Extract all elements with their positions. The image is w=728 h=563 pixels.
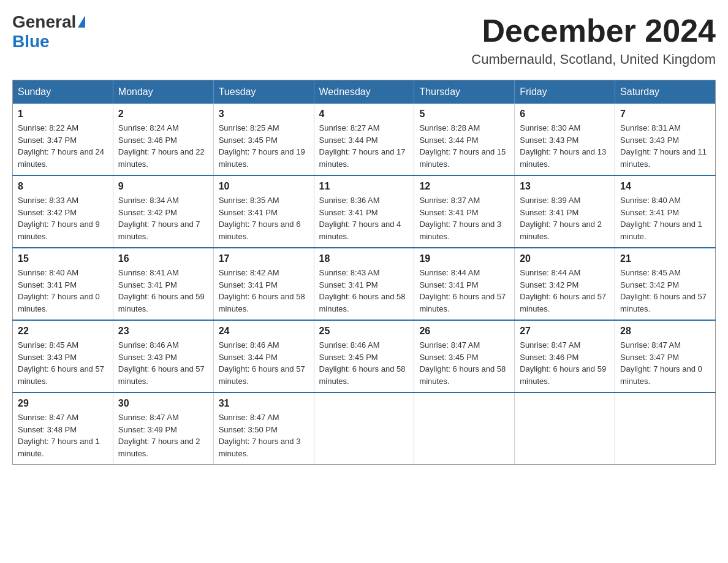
calendar-day-8: 8Sunrise: 8:33 AMSunset: 3:42 PMDaylight… (13, 175, 113, 248)
calendar-day-25: 25Sunrise: 8:46 AMSunset: 3:45 PMDayligh… (314, 320, 414, 393)
day-number: 6 (520, 109, 610, 120)
day-info: Sunrise: 8:46 AMSunset: 3:44 PMDaylight:… (219, 339, 309, 387)
calendar-day-27: 27Sunrise: 8:47 AMSunset: 3:46 PMDayligh… (515, 320, 615, 393)
header: General Blue December 2024 Cumbernauld, … (12, 12, 716, 67)
day-number: 4 (319, 109, 409, 120)
calendar-day-13: 13Sunrise: 8:39 AMSunset: 3:41 PMDayligh… (515, 175, 615, 248)
day-number: 21 (620, 253, 710, 264)
day-info: Sunrise: 8:47 AMSunset: 3:50 PMDaylight:… (219, 412, 309, 459)
day-number: 24 (219, 326, 309, 337)
day-number: 31 (219, 398, 309, 409)
header-friday: Friday (515, 80, 615, 104)
calendar-week-1: 1Sunrise: 8:22 AMSunset: 3:47 PMDaylight… (13, 104, 716, 175)
calendar-table: SundayMondayTuesdayWednesdayThursdayFrid… (12, 80, 716, 465)
day-info: Sunrise: 8:30 AMSunset: 3:43 PMDaylight:… (520, 122, 610, 170)
calendar-week-4: 22Sunrise: 8:45 AMSunset: 3:43 PMDayligh… (13, 320, 716, 393)
calendar-day-21: 21Sunrise: 8:45 AMSunset: 3:42 PMDayligh… (615, 248, 716, 320)
title-section: December 2024 Cumbernauld, Scotland, Uni… (471, 12, 716, 67)
day-info: Sunrise: 8:47 AMSunset: 3:48 PMDaylight:… (18, 412, 108, 459)
day-number: 3 (219, 109, 309, 120)
day-info: Sunrise: 8:47 AMSunset: 3:49 PMDaylight:… (118, 412, 208, 459)
calendar-day-20: 20Sunrise: 8:44 AMSunset: 3:42 PMDayligh… (515, 248, 615, 320)
day-info: Sunrise: 8:22 AMSunset: 3:47 PMDaylight:… (18, 122, 108, 170)
header-tuesday: Tuesday (213, 80, 314, 104)
calendar-day-10: 10Sunrise: 8:35 AMSunset: 3:41 PMDayligh… (213, 175, 314, 248)
day-number: 15 (18, 253, 108, 264)
day-info: Sunrise: 8:45 AMSunset: 3:42 PMDaylight:… (620, 267, 710, 315)
day-info: Sunrise: 8:37 AMSunset: 3:41 PMDaylight:… (419, 194, 509, 242)
calendar-day-3: 3Sunrise: 8:25 AMSunset: 3:45 PMDaylight… (213, 104, 314, 175)
day-number: 30 (118, 398, 208, 409)
logo-general-text: General (12, 12, 76, 32)
calendar-day-26: 26Sunrise: 8:47 AMSunset: 3:45 PMDayligh… (414, 320, 515, 393)
calendar-day-14: 14Sunrise: 8:40 AMSunset: 3:41 PMDayligh… (615, 175, 716, 248)
calendar-day-23: 23Sunrise: 8:46 AMSunset: 3:43 PMDayligh… (113, 320, 213, 393)
calendar-day-4: 4Sunrise: 8:27 AMSunset: 3:44 PMDaylight… (314, 104, 414, 175)
day-number: 10 (219, 181, 309, 192)
day-info: Sunrise: 8:46 AMSunset: 3:43 PMDaylight:… (118, 339, 208, 387)
calendar-day-17: 17Sunrise: 8:42 AMSunset: 3:41 PMDayligh… (213, 248, 314, 320)
empty-cell (615, 393, 716, 465)
calendar-day-2: 2Sunrise: 8:24 AMSunset: 3:46 PMDaylight… (113, 104, 213, 175)
day-info: Sunrise: 8:27 AMSunset: 3:44 PMDaylight:… (319, 122, 409, 170)
day-info: Sunrise: 8:31 AMSunset: 3:43 PMDaylight:… (620, 122, 710, 170)
calendar-day-30: 30Sunrise: 8:47 AMSunset: 3:49 PMDayligh… (113, 393, 213, 465)
day-number: 16 (118, 253, 208, 264)
day-number: 9 (118, 181, 208, 192)
day-number: 25 (319, 326, 409, 337)
day-number: 22 (18, 326, 108, 337)
calendar-week-2: 8Sunrise: 8:33 AMSunset: 3:42 PMDaylight… (13, 175, 716, 248)
day-info: Sunrise: 8:44 AMSunset: 3:41 PMDaylight:… (419, 267, 509, 315)
calendar-week-5: 29Sunrise: 8:47 AMSunset: 3:48 PMDayligh… (13, 393, 716, 465)
day-info: Sunrise: 8:41 AMSunset: 3:41 PMDaylight:… (118, 267, 208, 315)
day-info: Sunrise: 8:36 AMSunset: 3:41 PMDaylight:… (319, 194, 409, 242)
empty-cell (314, 393, 414, 465)
location-title: Cumbernauld, Scotland, United Kingdom (471, 52, 716, 67)
calendar-day-24: 24Sunrise: 8:46 AMSunset: 3:44 PMDayligh… (213, 320, 314, 393)
day-number: 17 (219, 253, 309, 264)
calendar-day-9: 9Sunrise: 8:34 AMSunset: 3:42 PMDaylight… (113, 175, 213, 248)
day-info: Sunrise: 8:46 AMSunset: 3:45 PMDaylight:… (319, 339, 409, 387)
day-number: 14 (620, 181, 710, 192)
calendar-header-row: SundayMondayTuesdayWednesdayThursdayFrid… (13, 80, 716, 104)
calendar-week-3: 15Sunrise: 8:40 AMSunset: 3:41 PMDayligh… (13, 248, 716, 320)
header-saturday: Saturday (615, 80, 716, 104)
calendar-day-19: 19Sunrise: 8:44 AMSunset: 3:41 PMDayligh… (414, 248, 515, 320)
calendar-day-29: 29Sunrise: 8:47 AMSunset: 3:48 PMDayligh… (13, 393, 113, 465)
day-number: 23 (118, 326, 208, 337)
day-number: 11 (319, 181, 409, 192)
day-number: 13 (520, 181, 610, 192)
logo: General Blue (12, 12, 85, 52)
day-number: 5 (419, 109, 509, 120)
empty-cell (515, 393, 615, 465)
day-info: Sunrise: 8:47 AMSunset: 3:47 PMDaylight:… (620, 339, 710, 387)
day-number: 12 (419, 181, 509, 192)
day-info: Sunrise: 8:43 AMSunset: 3:41 PMDaylight:… (319, 267, 409, 315)
day-info: Sunrise: 8:47 AMSunset: 3:46 PMDaylight:… (520, 339, 610, 387)
day-number: 7 (620, 109, 710, 120)
month-title: December 2024 (471, 12, 716, 49)
day-number: 18 (319, 253, 409, 264)
header-sunday: Sunday (13, 80, 113, 104)
calendar-day-28: 28Sunrise: 8:47 AMSunset: 3:47 PMDayligh… (615, 320, 716, 393)
day-number: 19 (419, 253, 509, 264)
calendar-day-12: 12Sunrise: 8:37 AMSunset: 3:41 PMDayligh… (414, 175, 515, 248)
calendar-day-1: 1Sunrise: 8:22 AMSunset: 3:47 PMDaylight… (13, 104, 113, 175)
logo-blue-text: Blue (12, 32, 50, 51)
header-thursday: Thursday (414, 80, 515, 104)
day-info: Sunrise: 8:24 AMSunset: 3:46 PMDaylight:… (118, 122, 208, 170)
day-info: Sunrise: 8:33 AMSunset: 3:42 PMDaylight:… (18, 194, 108, 242)
day-info: Sunrise: 8:45 AMSunset: 3:43 PMDaylight:… (18, 339, 108, 387)
day-info: Sunrise: 8:35 AMSunset: 3:41 PMDaylight:… (219, 194, 309, 242)
day-info: Sunrise: 8:42 AMSunset: 3:41 PMDaylight:… (219, 267, 309, 315)
header-monday: Monday (113, 80, 213, 104)
day-info: Sunrise: 8:28 AMSunset: 3:44 PMDaylight:… (419, 122, 509, 170)
day-number: 2 (118, 109, 208, 120)
day-info: Sunrise: 8:47 AMSunset: 3:45 PMDaylight:… (419, 339, 509, 387)
calendar-day-5: 5Sunrise: 8:28 AMSunset: 3:44 PMDaylight… (414, 104, 515, 175)
calendar-day-22: 22Sunrise: 8:45 AMSunset: 3:43 PMDayligh… (13, 320, 113, 393)
day-info: Sunrise: 8:39 AMSunset: 3:41 PMDaylight:… (520, 194, 610, 242)
calendar-day-11: 11Sunrise: 8:36 AMSunset: 3:41 PMDayligh… (314, 175, 414, 248)
day-number: 26 (419, 326, 509, 337)
logo-triangle-icon (78, 15, 85, 28)
